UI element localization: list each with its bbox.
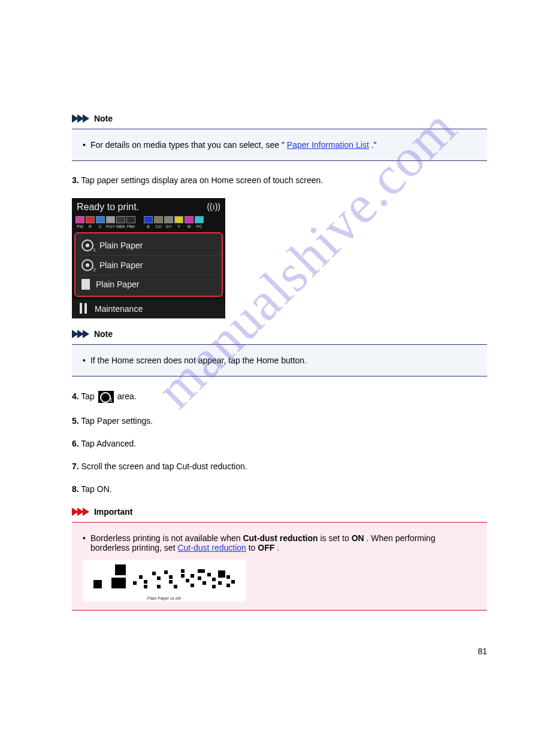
svg-rect-20 xyxy=(198,569,205,573)
svg-rect-17 xyxy=(186,579,189,582)
svg-rect-25 xyxy=(212,585,216,588)
svg-rect-29 xyxy=(226,584,230,587)
step-3: 3. Tap paper settings display area on Ho… xyxy=(72,175,487,185)
important-block: Important • Borderless printing is not a… xyxy=(72,507,487,611)
important-heading: Important xyxy=(94,507,133,517)
sheet-icon xyxy=(81,279,90,290)
note-block-1: Note • For details on media types that y… xyxy=(72,114,487,161)
svg-rect-3 xyxy=(111,578,126,588)
important-chevrons-icon xyxy=(72,508,87,516)
cut-dust-link[interactable]: Cut-dust reduction xyxy=(177,543,246,552)
ink-level-row: PM R C PGY MBK PBK B CO GY Y M PC xyxy=(72,212,225,230)
svg-rect-5 xyxy=(139,575,143,579)
svg-rect-8 xyxy=(152,572,156,575)
svg-rect-6 xyxy=(144,580,147,584)
svg-rect-24 xyxy=(212,578,216,581)
step-7: 7. Scroll the screen and tap Cut-dust re… xyxy=(72,462,487,471)
bullet-icon: • xyxy=(83,356,86,365)
svg-rect-28 xyxy=(226,575,230,579)
step-8: 8. Tap ON. xyxy=(72,484,487,494)
lcd-status: Ready to print. xyxy=(77,202,139,212)
svg-rect-0 xyxy=(115,564,126,575)
roll1-inline-icon xyxy=(98,391,114,403)
svg-rect-18 xyxy=(191,574,194,578)
roll1-row[interactable]: 1 Plain Paper xyxy=(75,236,222,256)
svg-rect-16 xyxy=(181,574,185,578)
roll2-icon: 2 xyxy=(81,259,93,271)
maintenance-icon xyxy=(78,303,89,315)
svg-rect-10 xyxy=(157,585,161,588)
step-6: 6. Tap Advanced. xyxy=(72,439,487,448)
roll2-row[interactable]: 2 Plain Paper xyxy=(75,256,222,275)
note-chevrons-icon xyxy=(72,330,87,338)
note2-text: If the Home screen does not appear, tap … xyxy=(90,356,307,365)
note-heading: Note xyxy=(94,114,113,123)
step-4: 4. Tap area. xyxy=(72,391,487,403)
note1-text: For details on media types that you can … xyxy=(90,140,377,150)
svg-rect-23 xyxy=(207,573,211,576)
svg-rect-19 xyxy=(191,584,194,587)
svg-rect-21 xyxy=(198,576,201,580)
svg-rect-4 xyxy=(133,581,137,585)
svg-rect-11 xyxy=(164,570,168,574)
barcode-caption: Plain Paper xx.xM xyxy=(87,596,241,600)
important-b2: Borderless printing is not available whe… xyxy=(90,533,476,552)
svg-rect-7 xyxy=(144,585,147,588)
svg-rect-26 xyxy=(218,570,225,578)
barcode-illustration: Plain Paper xx.xM xyxy=(83,560,246,602)
svg-rect-9 xyxy=(157,576,161,580)
svg-rect-12 xyxy=(169,575,173,579)
printer-lcd-screenshot: Ready to print. ((ı)) PM R C PGY MBK PBK… xyxy=(72,198,225,318)
svg-rect-30 xyxy=(231,580,235,584)
note-chevrons-icon xyxy=(72,114,87,123)
note-block-2: Note • If the Home screen does not appea… xyxy=(72,329,487,377)
wifi-icon: ((ı)) xyxy=(207,202,220,212)
svg-rect-14 xyxy=(174,585,177,588)
note-heading-2: Note xyxy=(94,329,113,339)
svg-rect-22 xyxy=(202,581,206,585)
bullet-icon: • xyxy=(83,140,86,150)
roll1-icon: 1 xyxy=(81,239,93,251)
page-number: 81 xyxy=(72,646,487,656)
maintenance-row[interactable]: Maintenance xyxy=(72,299,225,318)
sheet-row[interactable]: Plain Paper xyxy=(75,275,222,293)
svg-rect-27 xyxy=(218,581,222,585)
bullet-icon: • xyxy=(83,533,86,552)
svg-rect-13 xyxy=(169,580,173,584)
svg-rect-15 xyxy=(181,569,185,573)
paper-settings-area[interactable]: 1 Plain Paper 2 Plain Paper Plain Paper xyxy=(74,232,223,297)
paper-info-list-link[interactable]: Paper Information List xyxy=(287,140,369,150)
step-5: 5. Tap Paper settings. xyxy=(72,416,487,426)
top-spacer xyxy=(72,48,487,114)
